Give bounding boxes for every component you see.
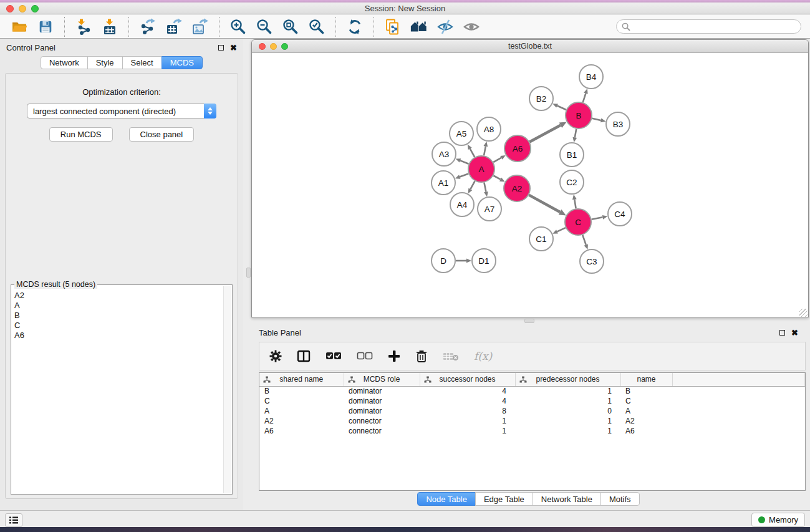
network-minimize-button[interactable]	[270, 43, 277, 50]
search-field[interactable]	[616, 19, 801, 34]
tab-mcds[interactable]: MCDS	[162, 56, 203, 69]
zoom-selected-button[interactable]	[304, 16, 330, 37]
save-session-button[interactable]	[32, 16, 59, 37]
select-all-columns-icon[interactable]	[325, 352, 342, 360]
splitpane-grip-horizontal[interactable]	[524, 319, 534, 323]
table-cell[interactable]: 1	[515, 426, 620, 436]
result-item[interactable]: C	[12, 321, 223, 331]
graph-node[interactable]: C2	[560, 170, 584, 194]
table-row[interactable]: Adominator80A	[259, 406, 805, 416]
window-resize-grip[interactable]	[799, 309, 808, 317]
graph-node[interactable]: B3	[606, 112, 630, 136]
import-table-button[interactable]	[97, 16, 123, 37]
graph-edge[interactable]	[572, 195, 577, 209]
table-cell[interactable]: A6	[620, 426, 672, 436]
table-cell[interactable]: connector	[344, 416, 420, 426]
graph-edge[interactable]	[592, 118, 605, 123]
table-cell[interactable]: C	[620, 396, 672, 406]
hide-graphics-details-button[interactable]	[432, 16, 458, 37]
graph-edge[interactable]	[582, 235, 588, 249]
table-cell[interactable]: 8	[420, 406, 515, 416]
result-item[interactable]: A6	[12, 331, 223, 341]
graph-edge[interactable]	[484, 183, 488, 197]
show-graphics-details-button[interactable]	[458, 16, 485, 37]
add-column-icon[interactable]	[388, 350, 400, 362]
graph-node[interactable]: B1	[560, 143, 584, 167]
graph-node[interactable]: D	[432, 249, 455, 273]
column-header[interactable]: name	[620, 373, 672, 386]
unselect-all-columns-icon[interactable]	[357, 352, 373, 360]
function-builder-icon[interactable]: f(x)	[474, 350, 492, 362]
graph-node[interactable]: C1	[529, 227, 553, 251]
new-network-from-selection-button[interactable]	[380, 16, 406, 37]
splitpane-grip-vertical[interactable]	[246, 268, 251, 278]
network-graph[interactable]: B4B2BB3A8A5A6A3B1AC2A1A2A4A7C4CC1C3DD1	[252, 54, 808, 317]
graph-node[interactable]: A7	[478, 197, 501, 221]
table-cell[interactable]: A2	[259, 416, 344, 426]
graph-edge[interactable]	[483, 142, 488, 156]
column-header[interactable]: successor nodes	[420, 373, 515, 386]
graph-edge[interactable]	[552, 228, 566, 234]
float-table-panel-icon[interactable]	[779, 330, 785, 336]
float-panel-icon[interactable]	[218, 45, 224, 51]
table-cell[interactable]: dominator	[344, 386, 420, 396]
home-button[interactable]	[406, 16, 432, 37]
column-header[interactable]: shared name	[259, 373, 344, 386]
table-cell[interactable]: A	[620, 406, 672, 416]
zoom-fit-button[interactable]	[277, 16, 304, 37]
network-zoom-button[interactable]	[281, 43, 288, 50]
graph-edge[interactable]	[455, 173, 468, 178]
graph-node[interactable]: B2	[529, 87, 553, 110]
table-cell[interactable]: 1	[515, 396, 620, 406]
graph-node[interactable]: B	[566, 102, 592, 128]
graph-node[interactable]: A1	[432, 171, 455, 195]
column-header[interactable]: predecessor nodes	[515, 373, 620, 386]
graph-edge[interactable]	[592, 215, 608, 220]
open-session-button[interactable]	[6, 16, 32, 37]
export-image-button[interactable]	[187, 16, 213, 37]
graph-node[interactable]: A6	[504, 135, 531, 162]
graph-edge[interactable]	[468, 144, 475, 157]
table-cell[interactable]: A	[259, 406, 344, 416]
graph-edge[interactable]	[456, 259, 471, 263]
task-history-button[interactable]	[5, 513, 22, 527]
graph-node[interactable]: A	[468, 156, 494, 182]
search-input[interactable]	[634, 22, 796, 31]
table-cell[interactable]: B	[620, 386, 672, 396]
table-cell[interactable]: 4	[420, 386, 515, 396]
graph-edge[interactable]	[468, 181, 475, 193]
node-table[interactable]: shared nameMCDS rolesuccessor nodesprede…	[259, 372, 806, 491]
result-list-scrollbar[interactable]	[223, 286, 231, 493]
graph-edge[interactable]	[456, 158, 469, 164]
table-cell[interactable]: connector	[344, 426, 420, 436]
table-row[interactable]: A2connector11A2	[259, 416, 805, 426]
graph-node[interactable]: A2	[504, 175, 530, 201]
close-panel-button[interactable]: Close panel	[129, 127, 195, 142]
table-cell[interactable]: dominator	[344, 406, 420, 416]
delete-columns-icon[interactable]	[415, 349, 428, 363]
zoom-in-button[interactable]	[225, 16, 251, 37]
graph-node[interactable]: B4	[579, 65, 603, 89]
delete-table-icon[interactable]	[443, 351, 459, 361]
run-mcds-button[interactable]: Run MCDS	[49, 127, 113, 142]
graph-edge[interactable]	[552, 104, 566, 110]
graph-node[interactable]: A5	[450, 122, 473, 145]
graph-node[interactable]: A4	[450, 193, 474, 216]
graph-edge[interactable]	[529, 122, 566, 142]
tab-node-table[interactable]: Node Table	[417, 492, 476, 506]
graph-edge[interactable]	[529, 195, 566, 216]
criterion-select[interactable]: largest connected component (directed)	[27, 104, 216, 118]
table-cell[interactable]: 0	[515, 406, 620, 416]
network-window-titlebar[interactable]: testGlobe.txt	[252, 40, 808, 53]
graph-node[interactable]: D1	[472, 249, 496, 273]
table-cell[interactable]: 4	[420, 396, 515, 406]
table-cell[interactable]: 1	[515, 416, 620, 426]
table-cell[interactable]: 1	[420, 416, 515, 426]
column-header[interactable]: MCDS role	[344, 373, 420, 386]
graph-edge[interactable]	[572, 129, 577, 143]
table-row[interactable]: A6connector11A6	[259, 426, 805, 436]
table-cell[interactable]: C	[259, 396, 344, 406]
table-cell[interactable]: A2	[620, 416, 672, 426]
graph-node[interactable]: C3	[580, 249, 604, 273]
table-cell[interactable]: 1	[420, 426, 515, 436]
